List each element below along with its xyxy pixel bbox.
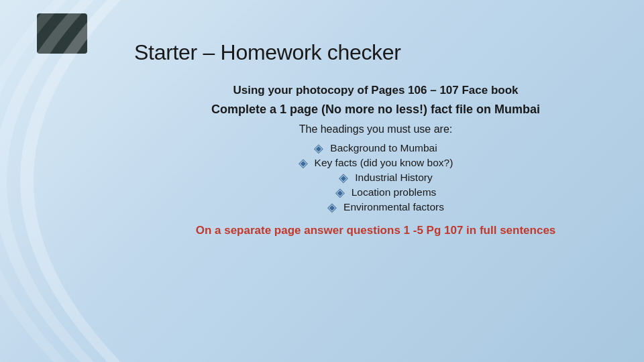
list-item-1: ◈ Background to Mumbai [314, 142, 437, 154]
list-item-2: ◈ Key facts (did you know box?) [299, 157, 453, 169]
list-item-5: ◈ Environmental factors [307, 201, 444, 213]
bullet-icon-3: ◈ [339, 172, 348, 184]
bullet-icon-2: ◈ [299, 157, 308, 169]
bullet-icon-4: ◈ [335, 186, 345, 198]
list-item-1-text: Background to Mumbai [330, 142, 437, 154]
list-item-4-text: Location problems [352, 186, 437, 198]
list-item-5-text: Environmental factors [343, 201, 444, 213]
slide-title: Starter – Homework checker [134, 40, 617, 65]
bottom-text: On a separate page answer questions 1 -5… [134, 224, 617, 237]
decorative-shapes [0, 0, 148, 362]
bullet-icon-1: ◈ [314, 142, 323, 154]
line-3: The headings you must use are: [134, 123, 617, 135]
list-section: ◈ Background to Mumbai ◈ Key facts (did … [134, 142, 617, 213]
list-item-4: ◈ Location problems [315, 186, 437, 198]
main-content: Starter – Homework checker Using your ph… [134, 40, 617, 237]
arc-svg [0, 0, 148, 362]
dark-rectangle [37, 13, 87, 54]
list-item-3: ◈ Industrial History [319, 172, 432, 184]
list-item-2-text: Key facts (did you know box?) [315, 157, 453, 169]
slide: Starter – Homework checker Using your ph… [0, 0, 644, 362]
line-2: Complete a 1 page (No more no less!) fac… [134, 103, 617, 117]
bullet-icon-5: ◈ [327, 201, 337, 213]
list-item-3-text: Industrial History [355, 172, 432, 184]
line-1: Using your photocopy of Pages 106 – 107 … [134, 84, 617, 97]
